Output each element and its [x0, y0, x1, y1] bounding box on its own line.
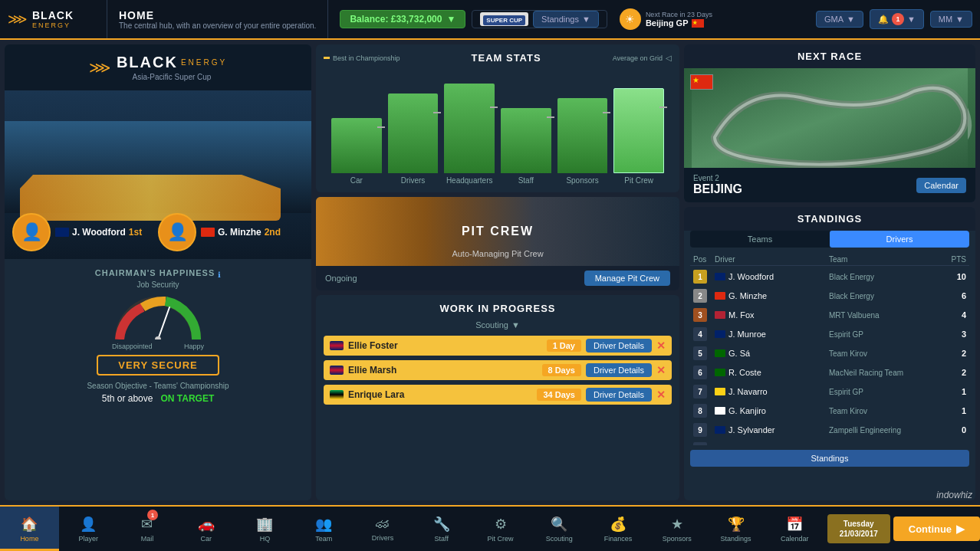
bar-group-drivers[interactable]: Drivers [388, 70, 439, 185]
standings-row[interactable]: 1 J. Woodford Black Energy 10 [690, 267, 969, 287]
driver-details-btn-2[interactable]: Driver Details [586, 388, 652, 402]
bell-icon: 🔔 [878, 15, 889, 25]
bottom-nav-item-scouting[interactable]: 🔍 Scouting [530, 507, 589, 551]
row-pos: 8 [693, 404, 712, 418]
row-driver: D. Pereyra [715, 444, 826, 445]
standings-row[interactable]: 9 J. Sylvander Zampelli Engineering 0 [690, 421, 969, 440]
watermark: indowhiz [936, 490, 972, 500]
bar-group-staff[interactable]: Staff [501, 70, 551, 185]
row-pos: 2 [693, 289, 712, 303]
bottom-nav-item-player[interactable]: 👤 Player [59, 507, 118, 551]
mail-nav-label: Mail [141, 535, 154, 543]
team-name-energy: ENERGY [181, 58, 227, 67]
finances-icon: 💰 [610, 516, 626, 533]
bar-group-sponsors[interactable]: Sponsors [557, 70, 608, 185]
close-driver-0[interactable]: ✕ [656, 339, 666, 352]
bottom-nav-item-staff[interactable]: 🔧 Staff [412, 507, 471, 551]
row-driver: G. Sá [715, 349, 826, 358]
bar-group-car[interactable]: Car [331, 70, 382, 185]
driver-flag-1 [330, 366, 344, 375]
pit-crew-subtitle: Auto-Managing Pit Crew [452, 249, 543, 258]
race-track-image: ★ [684, 68, 975, 168]
standings-row[interactable]: 5 G. Sá Team Kirov 2 [690, 344, 969, 363]
standings-row[interactable]: 4 J. Munroe Espirit GP 3 [690, 325, 969, 344]
driver-details-btn-1[interactable]: Driver Details [586, 363, 652, 377]
nav-badge: 1 [147, 510, 158, 520]
bottom-nav-item-team[interactable]: 👥 Team [294, 507, 354, 551]
bottom-nav-item-car[interactable]: 🚗 Car [176, 507, 235, 551]
driver2-name: G. Minzhe [218, 227, 261, 238]
bar-group-headquarters[interactable]: Headquarters [444, 70, 495, 185]
row-pos: 9 [693, 423, 712, 437]
wip-title: WORK IN PROGRESS [324, 303, 672, 314]
bottom-nav-item-calendar[interactable]: 📅 Calendar [765, 507, 824, 551]
standings-dropdown-btn[interactable]: Standings ▼ [533, 11, 599, 28]
scouting-header[interactable]: Scouting ▼ [324, 320, 672, 330]
driver1-name: J. Woodford [72, 227, 126, 238]
standings-header-row: PosDriverTeamPTS [690, 254, 969, 266]
calendar-nav-label: Calendar [781, 535, 809, 543]
scouting-dropdown-icon: ▼ [511, 320, 520, 330]
standings-row[interactable]: 8 G. Kanjiro Team Kirov 1 [690, 402, 969, 421]
tab-teams[interactable]: Teams [690, 231, 830, 248]
sponsors-nav-label: Sponsors [663, 535, 692, 543]
flag-china-nav [692, 19, 704, 28]
continue-btn[interactable]: Continue ▶ [893, 517, 980, 541]
row-pos: 10 [693, 442, 712, 445]
standings-row[interactable]: 6 R. Coste MacNeil Racing Team 2 [690, 363, 969, 382]
race-series-badge: SUPER CUP [480, 12, 528, 26]
scouting-driver-row: Ellie Foster 1 Day Driver Details ✕ [324, 336, 672, 356]
manage-pit-crew-btn[interactable]: Manage Pit Crew [584, 271, 670, 286]
balance-btn[interactable]: Balance: £33,732,000 ▼ [340, 10, 465, 28]
standings-row[interactable]: 10 D. Pereyra Ruiz Motorsport 0 [690, 440, 969, 445]
bottom-nav-item-pit crew[interactable]: ⚙ Pit Crew [471, 507, 530, 551]
row-team: Team Kirov [829, 349, 940, 358]
team-nav-label: Team [315, 535, 332, 543]
standings-row[interactable]: 3 M. Fox MRT Valbuena 4 [690, 306, 969, 325]
calendar-btn[interactable]: Calendar [916, 178, 966, 193]
standings-full-btn[interactable]: Standings [690, 450, 969, 467]
pit crew-icon: ⚙ [495, 516, 507, 533]
next-race-info: Next Race in 23 Days Beijing GP [646, 11, 712, 28]
mm-btn[interactable]: MM ▼ [930, 11, 972, 28]
standings-row[interactable]: 2 G. Minzhe Black Energy 6 [690, 287, 969, 306]
bar-group-pit crew[interactable]: Pit Crew [613, 70, 664, 185]
balance-dropdown-icon: ▼ [446, 14, 455, 25]
close-driver-2[interactable]: ✕ [656, 389, 666, 401]
bottom-nav-item-standings[interactable]: 🏆 Standings [706, 507, 765, 551]
gauge-right-label: Happy [184, 343, 204, 350]
team-logo-icon: ⋙ [89, 58, 110, 77]
driver2-pos: 2nd [265, 227, 281, 238]
bottom-nav-item-drivers[interactable]: 🏎 Drivers [354, 507, 413, 551]
hq-icon: 🏢 [256, 516, 273, 533]
page-subtitle: The central hub, with an overview of you… [119, 21, 316, 30]
date-btn[interactable]: Tuesday21/03/2017 [827, 514, 890, 543]
row-team: Black Energy [829, 273, 940, 281]
standings-nav-label: Standings [721, 535, 751, 543]
driver-days-2: 34 Days [537, 389, 581, 401]
info-icon[interactable]: ℹ [218, 271, 221, 279]
standings-row[interactable]: 7 J. Navarro Espirit GP 1 [690, 382, 969, 402]
notifications-btn[interactable]: 🔔 1 ▼ [870, 9, 924, 29]
bottom-nav-item-sponsors[interactable]: ★ Sponsors [647, 507, 706, 551]
close-driver-1[interactable]: ✕ [656, 364, 666, 376]
gma-chevron-icon: ▼ [847, 15, 855, 24]
drivers-nav-label: Drivers [372, 534, 394, 542]
driver-details-btn-0[interactable]: Driver Details [586, 339, 652, 353]
gma-btn[interactable]: GMA ▼ [816, 11, 863, 28]
target-pos: 5th or above [102, 393, 153, 404]
player-nav-label: Player [78, 535, 98, 543]
tab-drivers[interactable]: Drivers [830, 231, 969, 248]
bottom-nav-item-mail[interactable]: 1 ✉ Mail [118, 507, 177, 551]
bottom-nav-item-home[interactable]: 🏠 Home [0, 507, 59, 551]
legend-best-label: Best in Championship [333, 54, 400, 62]
hq-nav-label: HQ [260, 535, 271, 543]
row-team: MacNeil Racing Team [829, 369, 940, 377]
col-pos: Pos [693, 255, 712, 264]
row-driver: J. Sylvander [715, 425, 826, 435]
bottom-nav-item-hq[interactable]: 🏢 HQ [235, 507, 294, 551]
bottom-nav-item-finances[interactable]: 💰 Finances [589, 507, 648, 551]
row-team: Ruiz Motorsport [829, 445, 940, 446]
team-name-area: BLACK ENERGY Asia-Pacific Super Cup [117, 54, 227, 81]
on-target-badge: ON TARGET [160, 393, 214, 404]
